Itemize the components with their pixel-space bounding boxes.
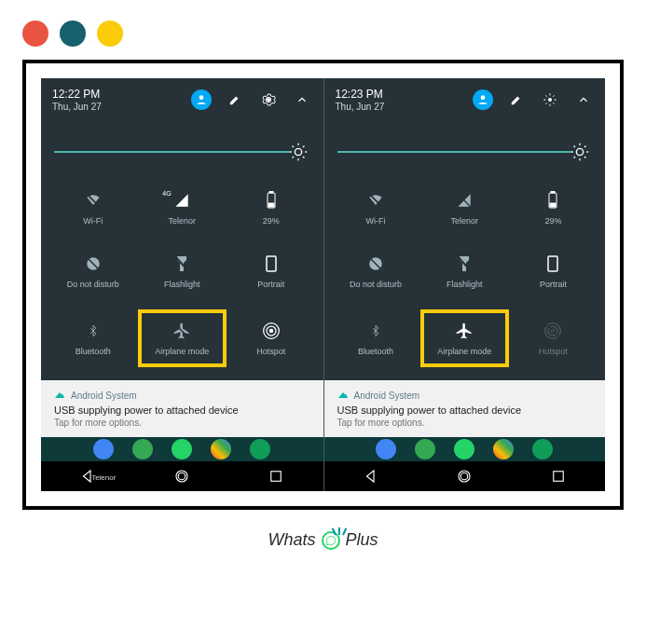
tile-flashlight[interactable]: Flashlight bbox=[420, 246, 509, 296]
bluetooth-icon bbox=[83, 321, 103, 341]
app-icon[interactable] bbox=[132, 439, 153, 459]
tile-label: Hotspot bbox=[539, 347, 568, 356]
notif-app: Android System bbox=[354, 391, 420, 401]
app-icon[interactable] bbox=[454, 439, 474, 459]
tile-label: Flashlight bbox=[447, 280, 483, 289]
tile-bluetooth[interactable]: Bluetooth bbox=[48, 309, 138, 367]
tile-hotspot[interactable]: Hotspot bbox=[227, 309, 316, 367]
whatsapp-icon bbox=[322, 531, 340, 550]
flashlight-icon bbox=[172, 253, 192, 274]
chevron-up-icon[interactable] bbox=[292, 89, 312, 110]
notif-header: Android System bbox=[337, 390, 593, 401]
tile-cellular[interactable]: Telenor bbox=[420, 183, 509, 233]
footer-plus: Plus bbox=[346, 530, 378, 550]
brightness-slider[interactable] bbox=[41, 119, 323, 175]
dot-blue bbox=[60, 21, 86, 47]
app-icon[interactable] bbox=[493, 439, 514, 459]
chevron-up-icon[interactable] bbox=[573, 89, 594, 110]
tile-cellular[interactable]: 4G Telenor bbox=[138, 183, 227, 233]
svg-rect-24 bbox=[551, 191, 555, 193]
user-avatar[interactable] bbox=[473, 89, 493, 110]
network-badge: 4G bbox=[162, 190, 171, 197]
gear-icon[interactable] bbox=[258, 89, 279, 110]
svg-point-16 bbox=[178, 473, 186, 480]
slider-track bbox=[54, 151, 290, 153]
svg-point-12 bbox=[269, 329, 272, 332]
svg-point-19 bbox=[548, 98, 552, 102]
edit-icon[interactable] bbox=[506, 89, 527, 110]
panel-left: 12:22 PM Thu, Jun 27 bbox=[41, 78, 323, 491]
tile-label: Flashlight bbox=[164, 280, 200, 289]
slider-track bbox=[337, 151, 572, 153]
tile-rotation[interactable]: Portrait bbox=[227, 246, 316, 296]
qs-grid: Wi-Fi Telenor 29% Do not disturb Flashli… bbox=[324, 175, 606, 380]
footer-whats: Whats bbox=[268, 530, 315, 550]
recents-button[interactable] bbox=[268, 468, 284, 485]
dot-red bbox=[22, 21, 48, 47]
airplane-on-icon bbox=[454, 321, 474, 341]
app-icon[interactable] bbox=[250, 439, 270, 459]
notif-header: Android System bbox=[54, 390, 310, 401]
app-icon[interactable] bbox=[415, 439, 435, 459]
user-avatar[interactable] bbox=[191, 89, 212, 110]
gear-icon[interactable] bbox=[540, 89, 560, 110]
home-button[interactable] bbox=[173, 468, 190, 485]
svg-point-0 bbox=[199, 95, 203, 100]
recents-button[interactable] bbox=[550, 468, 567, 485]
tile-bluetooth[interactable]: Bluetooth bbox=[332, 309, 420, 367]
app-icon[interactable]: Telenor bbox=[93, 439, 114, 459]
notif-title: USB supplying power to attached device bbox=[337, 404, 593, 416]
tile-dnd[interactable]: Do not disturb bbox=[48, 246, 138, 296]
edit-icon[interactable] bbox=[225, 89, 245, 110]
notif-subtitle: Tap for more options. bbox=[54, 418, 310, 428]
tile-label: Bluetooth bbox=[76, 347, 111, 356]
notification-card[interactable]: Android System USB supplying power to at… bbox=[324, 380, 606, 437]
dnd-off-icon bbox=[83, 253, 103, 274]
tile-airplane-highlighted[interactable]: Airplane mode bbox=[138, 309, 227, 367]
dot-yellow bbox=[97, 21, 123, 47]
home-dock: Telenor bbox=[41, 437, 323, 461]
tile-battery[interactable]: 29% bbox=[227, 183, 316, 233]
back-button[interactable] bbox=[363, 468, 379, 485]
home-button[interactable] bbox=[456, 468, 473, 485]
tile-wifi[interactable]: Wi-Fi bbox=[332, 183, 420, 233]
tile-label: Hotspot bbox=[256, 347, 285, 356]
svg-rect-6 bbox=[268, 203, 274, 207]
signal-off-icon bbox=[454, 190, 474, 211]
brightness-slider[interactable] bbox=[324, 119, 606, 175]
tile-label: Bluetooth bbox=[358, 347, 393, 356]
app-icon[interactable] bbox=[376, 439, 396, 459]
portrait-icon bbox=[543, 253, 563, 274]
tile-label: Portrait bbox=[540, 280, 567, 289]
airplane-off-icon bbox=[172, 321, 192, 341]
tile-airplane-highlighted[interactable]: Airplane mode bbox=[420, 309, 509, 367]
app-icon[interactable] bbox=[172, 439, 192, 459]
tile-label: 29% bbox=[263, 216, 280, 226]
hotspot-icon bbox=[261, 321, 282, 341]
tile-label: Wi-Fi bbox=[83, 216, 103, 226]
signal-icon: 4G bbox=[172, 190, 192, 211]
notif-subtitle: Tap for more options. bbox=[337, 418, 593, 428]
tile-battery[interactable]: 29% bbox=[509, 183, 598, 233]
time-block: 12:22 PM Thu, Jun 27 bbox=[52, 88, 178, 112]
tile-wifi[interactable]: Wi-Fi bbox=[48, 183, 138, 233]
wifi-off-icon bbox=[83, 190, 103, 211]
portrait-icon bbox=[261, 253, 282, 274]
svg-point-2 bbox=[295, 148, 301, 155]
folder-label: Telenor bbox=[91, 473, 116, 482]
tile-dnd[interactable]: Do not disturb bbox=[332, 246, 420, 296]
tile-hotspot[interactable]: Hotspot bbox=[509, 309, 598, 367]
svg-rect-17 bbox=[271, 472, 282, 482]
notif-title: USB supplying power to attached device bbox=[54, 404, 310, 416]
battery-icon bbox=[261, 190, 282, 211]
app-icon[interactable] bbox=[532, 439, 553, 459]
notif-app: Android System bbox=[71, 391, 137, 401]
qs-header: 12:23 PM Thu, Jun 27 bbox=[324, 78, 606, 119]
svg-rect-5 bbox=[269, 191, 273, 193]
tile-rotation[interactable]: Portrait bbox=[509, 246, 598, 296]
tile-label: Airplane mode bbox=[437, 347, 491, 356]
app-icon[interactable] bbox=[211, 439, 231, 459]
notification-card[interactable]: Android System USB supplying power to at… bbox=[41, 380, 323, 437]
android-icon bbox=[337, 390, 349, 401]
tile-flashlight[interactable]: Flashlight bbox=[138, 246, 227, 296]
